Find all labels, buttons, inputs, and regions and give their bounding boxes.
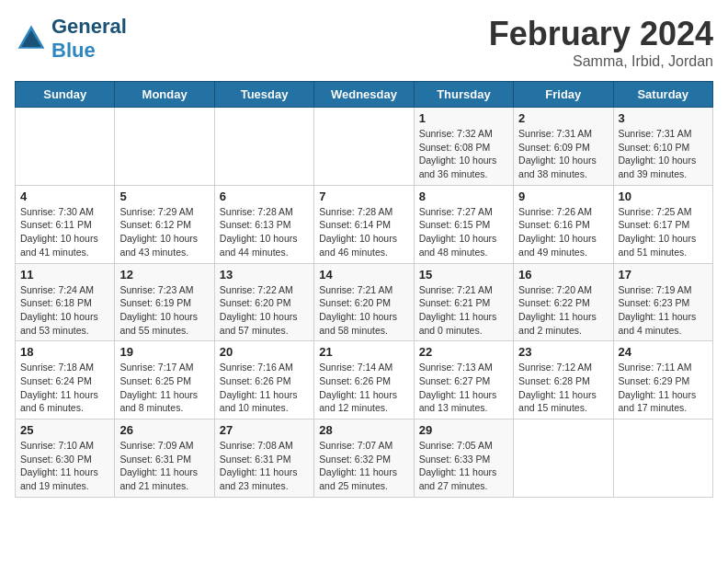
calendar-cell: 27Sunrise: 7:08 AM Sunset: 6:31 PM Dayli… [214, 419, 313, 498]
day-content: Sunrise: 7:25 AM Sunset: 6:17 PM Dayligh… [619, 205, 708, 259]
calendar-cell: 20Sunrise: 7:16 AM Sunset: 6:26 PM Dayli… [214, 341, 313, 419]
week-row-4: 18Sunrise: 7:18 AM Sunset: 6:24 PM Dayli… [16, 341, 713, 419]
day-content: Sunrise: 7:21 AM Sunset: 6:21 PM Dayligh… [419, 283, 508, 338]
day-content: Sunrise: 7:05 AM Sunset: 6:33 PM Dayligh… [419, 439, 508, 493]
day-content: Sunrise: 7:17 AM Sunset: 6:25 PM Dayligh… [119, 361, 209, 415]
title-block: February 2024 Samma, Irbid, Jordan [489, 15, 713, 70]
calendar-cell [314, 108, 414, 186]
day-number: 7 [319, 190, 408, 203]
header-day-tuesday: Tuesday [214, 82, 313, 108]
calendar-cell [613, 419, 712, 498]
calendar-cell: 25Sunrise: 7:10 AM Sunset: 6:30 PM Dayli… [16, 419, 115, 498]
day-number: 10 [619, 190, 708, 203]
calendar-body: 1Sunrise: 7:32 AM Sunset: 6:08 PM Daylig… [16, 108, 713, 498]
header-row: SundayMondayTuesdayWednesdayThursdayFrid… [16, 82, 713, 108]
logo-blue: Blue [51, 39, 96, 62]
week-row-5: 25Sunrise: 7:10 AM Sunset: 6:30 PM Dayli… [16, 419, 713, 498]
day-number: 12 [119, 268, 209, 282]
calendar-cell: 8Sunrise: 7:27 AM Sunset: 6:15 PM Daylig… [414, 185, 513, 263]
page-header: General Blue February 2024 Samma, Irbid,… [15, 15, 713, 70]
day-content: Sunrise: 7:13 AM Sunset: 6:27 PM Dayligh… [419, 361, 508, 415]
day-number: 4 [20, 190, 109, 203]
day-content: Sunrise: 7:12 AM Sunset: 6:28 PM Dayligh… [518, 361, 608, 415]
day-content: Sunrise: 7:32 AM Sunset: 6:08 PM Dayligh… [419, 127, 508, 181]
day-number: 21 [319, 345, 408, 359]
day-number: 2 [518, 111, 608, 125]
calendar-cell: 1Sunrise: 7:32 AM Sunset: 6:08 PM Daylig… [414, 108, 513, 186]
day-content: Sunrise: 7:22 AM Sunset: 6:20 PM Dayligh… [220, 283, 309, 338]
calendar-cell: 3Sunrise: 7:31 AM Sunset: 6:10 PM Daylig… [613, 108, 712, 186]
calendar-header: SundayMondayTuesdayWednesdayThursdayFrid… [16, 82, 713, 108]
logo: General Blue [15, 15, 127, 63]
day-number: 11 [20, 268, 109, 282]
day-content: Sunrise: 7:24 AM Sunset: 6:18 PM Dayligh… [20, 283, 109, 338]
day-content: Sunrise: 7:07 AM Sunset: 6:32 PM Dayligh… [319, 439, 408, 493]
day-number: 25 [20, 423, 109, 437]
day-content: Sunrise: 7:28 AM Sunset: 6:14 PM Dayligh… [319, 205, 408, 259]
calendar-cell: 9Sunrise: 7:26 AM Sunset: 6:16 PM Daylig… [514, 185, 613, 263]
calendar-cell: 28Sunrise: 7:07 AM Sunset: 6:32 PM Dayli… [314, 419, 414, 498]
day-content: Sunrise: 7:14 AM Sunset: 6:26 PM Dayligh… [319, 361, 408, 415]
day-number: 8 [419, 190, 508, 203]
calendar-cell: 7Sunrise: 7:28 AM Sunset: 6:14 PM Daylig… [314, 185, 414, 263]
day-number: 23 [518, 345, 608, 359]
day-number: 15 [419, 268, 508, 282]
calendar-cell: 17Sunrise: 7:19 AM Sunset: 6:23 PM Dayli… [613, 263, 712, 341]
calendar-cell: 14Sunrise: 7:21 AM Sunset: 6:20 PM Dayli… [314, 263, 414, 341]
day-number: 18 [20, 345, 109, 359]
calendar-cell: 5Sunrise: 7:29 AM Sunset: 6:12 PM Daylig… [115, 185, 214, 263]
day-number: 5 [119, 190, 209, 203]
calendar-table: SundayMondayTuesdayWednesdayThursdayFrid… [15, 81, 713, 498]
day-content: Sunrise: 7:31 AM Sunset: 6:09 PM Dayligh… [518, 127, 608, 181]
calendar-cell: 19Sunrise: 7:17 AM Sunset: 6:25 PM Dayli… [115, 341, 214, 419]
location-subtitle: Samma, Irbid, Jordan [489, 53, 713, 70]
day-content: Sunrise: 7:19 AM Sunset: 6:23 PM Dayligh… [619, 283, 708, 338]
day-number: 19 [119, 345, 209, 359]
day-number: 6 [220, 190, 309, 203]
day-content: Sunrise: 7:16 AM Sunset: 6:26 PM Dayligh… [220, 361, 309, 415]
day-content: Sunrise: 7:08 AM Sunset: 6:31 PM Dayligh… [220, 439, 309, 493]
day-number: 29 [419, 423, 508, 437]
header-day-sunday: Sunday [16, 82, 115, 108]
day-content: Sunrise: 7:27 AM Sunset: 6:15 PM Dayligh… [419, 205, 508, 259]
calendar-cell: 16Sunrise: 7:20 AM Sunset: 6:22 PM Dayli… [514, 263, 613, 341]
day-number: 28 [319, 423, 408, 437]
day-content: Sunrise: 7:30 AM Sunset: 6:11 PM Dayligh… [20, 205, 109, 259]
calendar-cell: 22Sunrise: 7:13 AM Sunset: 6:27 PM Dayli… [414, 341, 513, 419]
calendar-cell: 6Sunrise: 7:28 AM Sunset: 6:13 PM Daylig… [214, 185, 313, 263]
header-day-wednesday: Wednesday [314, 82, 414, 108]
header-day-monday: Monday [115, 82, 214, 108]
calendar-cell [16, 108, 115, 186]
calendar-cell: 15Sunrise: 7:21 AM Sunset: 6:21 PM Dayli… [414, 263, 513, 341]
day-number: 1 [419, 111, 508, 125]
month-title: February 2024 [489, 15, 713, 53]
week-row-1: 1Sunrise: 7:32 AM Sunset: 6:08 PM Daylig… [16, 108, 713, 186]
week-row-2: 4Sunrise: 7:30 AM Sunset: 6:11 PM Daylig… [16, 185, 713, 263]
day-number: 16 [518, 268, 608, 282]
day-number: 20 [220, 345, 309, 359]
day-number: 9 [518, 190, 608, 203]
logo-general: General [51, 15, 127, 38]
day-number: 17 [619, 268, 708, 282]
day-content: Sunrise: 7:29 AM Sunset: 6:12 PM Dayligh… [119, 205, 209, 259]
day-content: Sunrise: 7:09 AM Sunset: 6:31 PM Dayligh… [119, 439, 209, 493]
calendar-cell: 10Sunrise: 7:25 AM Sunset: 6:17 PM Dayli… [613, 185, 712, 263]
day-number: 14 [319, 268, 408, 282]
day-number: 22 [419, 345, 508, 359]
week-row-3: 11Sunrise: 7:24 AM Sunset: 6:18 PM Dayli… [16, 263, 713, 341]
calendar-cell: 11Sunrise: 7:24 AM Sunset: 6:18 PM Dayli… [16, 263, 115, 341]
day-number: 24 [619, 345, 708, 359]
header-day-friday: Friday [514, 82, 613, 108]
calendar-cell: 29Sunrise: 7:05 AM Sunset: 6:33 PM Dayli… [414, 419, 513, 498]
logo-icon [15, 22, 48, 55]
header-day-thursday: Thursday [414, 82, 513, 108]
calendar-cell: 12Sunrise: 7:23 AM Sunset: 6:19 PM Dayli… [115, 263, 214, 341]
calendar-cell: 2Sunrise: 7:31 AM Sunset: 6:09 PM Daylig… [514, 108, 613, 186]
calendar-cell: 4Sunrise: 7:30 AM Sunset: 6:11 PM Daylig… [16, 185, 115, 263]
calendar-cell: 13Sunrise: 7:22 AM Sunset: 6:20 PM Dayli… [214, 263, 313, 341]
day-number: 27 [220, 423, 309, 437]
day-content: Sunrise: 7:21 AM Sunset: 6:20 PM Dayligh… [319, 283, 408, 338]
calendar-cell: 24Sunrise: 7:11 AM Sunset: 6:29 PM Dayli… [613, 341, 712, 419]
day-content: Sunrise: 7:11 AM Sunset: 6:29 PM Dayligh… [619, 361, 708, 415]
day-content: Sunrise: 7:20 AM Sunset: 6:22 PM Dayligh… [518, 283, 608, 338]
